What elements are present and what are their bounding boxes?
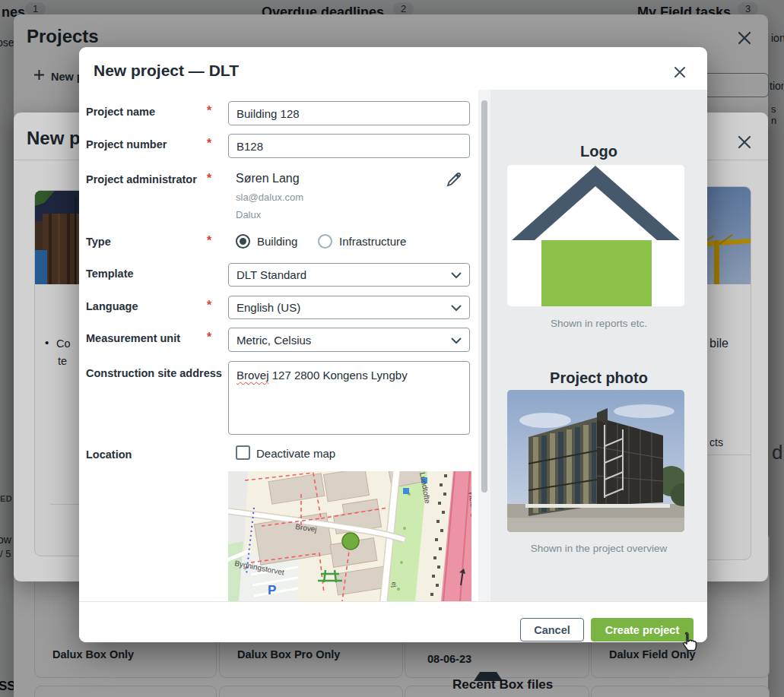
administrator-name: Søren Lang xyxy=(236,172,300,185)
address-rest: 127 2800 Kongens Lyngby xyxy=(269,369,408,382)
required-marker: * xyxy=(207,104,211,118)
chevron-down-icon xyxy=(451,268,462,281)
form-scrollbar-thumb[interactable] xyxy=(481,100,487,493)
chevron-down-icon xyxy=(451,334,462,347)
photo-section-title: Project photo xyxy=(490,369,707,387)
construction-site-address-textarea[interactable]: Brovej 127 2800 Kongens Lyngby xyxy=(228,361,470,435)
measurement-unit-label: Measurement unit xyxy=(86,332,180,344)
dialog-footer: Cancel Create project xyxy=(79,601,707,642)
radio-infrastructure-label[interactable]: Infrastructure xyxy=(339,235,406,248)
logo-section-title: Logo xyxy=(490,143,707,160)
map-location-marker xyxy=(342,533,359,550)
measurement-unit-select-value: Metric, Celsius xyxy=(236,334,311,347)
project-name-input[interactable] xyxy=(228,101,470,125)
radio-infrastructure[interactable] xyxy=(318,234,332,249)
photo-caption: Shown in the project overview xyxy=(490,543,707,554)
template-select-value: DLT Standard xyxy=(236,268,306,281)
required-marker: * xyxy=(207,172,211,185)
type-label: Type xyxy=(86,236,111,248)
administrator-email: sla@dalux.com xyxy=(236,192,303,203)
screen: nes 1 Overdue deadlines 2 My Field tasks… xyxy=(0,0,784,697)
project-number-input[interactable] xyxy=(228,134,470,158)
template-label: Template xyxy=(86,268,134,280)
radio-dot xyxy=(240,238,246,245)
edit-pencil-icon[interactable] xyxy=(445,170,463,189)
language-label: Language xyxy=(86,300,138,312)
radio-building-label[interactable]: Building xyxy=(257,235,297,248)
dialog-right-panel: Logo Shown in reports etc. Project photo xyxy=(490,90,707,601)
measurement-unit-select[interactable]: Metric, Celsius xyxy=(228,328,470,352)
language-select-value: English (US) xyxy=(236,301,300,314)
cancel-button[interactable]: Cancel xyxy=(520,618,584,642)
required-marker: * xyxy=(207,137,211,150)
radio-building[interactable] xyxy=(236,234,250,249)
administrator-company: Dalux xyxy=(236,209,261,220)
project-number-label: Project number xyxy=(86,138,167,150)
deactivate-map-label[interactable]: Deactivate map xyxy=(256,447,335,460)
project-name-label: Project name xyxy=(86,106,155,118)
construction-site-address-label: Construction site address xyxy=(86,367,222,379)
project-photo-box[interactable] xyxy=(507,390,684,532)
required-marker: * xyxy=(207,234,211,248)
logo-upload-box[interactable] xyxy=(507,165,684,306)
logo-caption: Shown in reports etc. xyxy=(490,318,707,329)
template-select[interactable]: DLT Standard xyxy=(228,263,470,287)
mouse-cursor xyxy=(680,632,698,656)
address-word-misspelled: Brovej xyxy=(236,369,269,382)
close-icon[interactable] xyxy=(672,65,689,81)
language-select[interactable]: English (US) xyxy=(228,296,470,319)
project-photo xyxy=(507,390,684,532)
create-project-button[interactable]: Create project xyxy=(591,618,694,642)
dalux-logo xyxy=(507,165,684,306)
required-marker: * xyxy=(207,331,211,344)
location-map[interactable]: Brovej Bygningstorvet Lundtofte ej Helsi… xyxy=(228,471,471,601)
deactivate-map-checkbox[interactable] xyxy=(236,445,250,460)
project-administrator-label: Project administrator xyxy=(86,173,197,185)
dialog-form-scroll-area: Project name * Project number * Project … xyxy=(79,90,478,601)
location-label: Location xyxy=(86,448,132,461)
new-project-dialog: New project — DLT Project name * Project… xyxy=(79,47,707,642)
chevron-down-icon xyxy=(451,301,462,314)
required-marker: * xyxy=(207,299,211,312)
map-parking-label: P xyxy=(268,583,276,597)
dialog-title: New project — DLT xyxy=(94,62,239,80)
